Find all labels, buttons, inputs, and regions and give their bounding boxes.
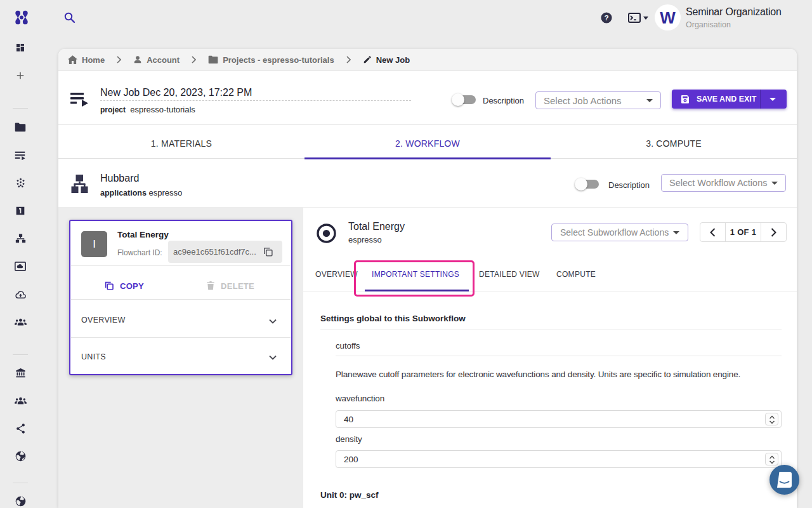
svg-text:?: ? xyxy=(604,13,608,22)
